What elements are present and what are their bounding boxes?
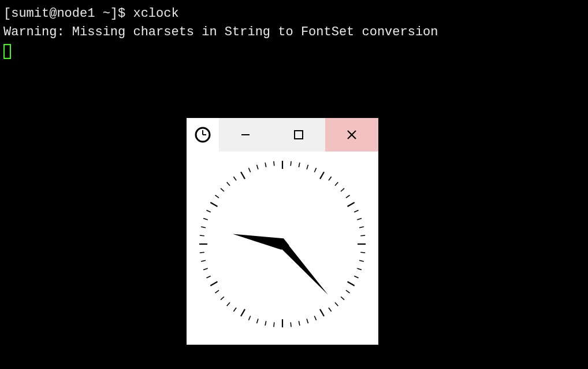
clock-icon	[194, 126, 211, 143]
svg-line-65	[265, 163, 266, 167]
svg-line-47	[210, 282, 217, 286]
svg-line-51	[200, 252, 204, 253]
minimize-icon	[240, 129, 251, 141]
svg-line-36	[291, 322, 291, 327]
shell-prompt: [sumit@node1 ~]$	[3, 6, 125, 21]
maximize-icon	[293, 129, 304, 141]
svg-line-30	[335, 302, 338, 306]
svg-line-60	[227, 182, 230, 186]
svg-line-38	[274, 322, 274, 327]
svg-line-16	[346, 195, 349, 198]
svg-line-55	[203, 219, 208, 220]
svg-line-12	[320, 172, 324, 179]
svg-line-9	[299, 163, 300, 167]
svg-line-20	[359, 227, 364, 228]
svg-line-41	[248, 316, 250, 320]
svg-line-31	[329, 308, 332, 311]
svg-line-50	[201, 260, 206, 261]
terminal-output: [sumit@node1 ~]$ xclock Warning: Missing…	[0, 0, 588, 70]
minimize-button[interactable]	[219, 118, 272, 152]
svg-line-57	[210, 202, 217, 206]
shell-command: xclock	[133, 6, 178, 21]
svg-line-39	[265, 321, 266, 326]
window-titlebar[interactable]	[187, 118, 378, 152]
svg-line-63	[248, 168, 250, 172]
svg-line-66	[274, 161, 274, 166]
window-app-icon	[187, 118, 219, 152]
svg-line-59	[221, 189, 224, 191]
svg-line-28	[346, 290, 349, 293]
svg-line-61	[233, 177, 236, 180]
svg-line-46	[215, 290, 219, 293]
svg-line-45	[221, 297, 224, 300]
svg-line-18	[354, 210, 358, 212]
svg-line-24	[359, 260, 364, 261]
svg-line-14	[335, 182, 338, 186]
svg-line-19	[357, 219, 362, 220]
svg-line-35	[299, 321, 300, 326]
svg-line-43	[233, 308, 236, 311]
svg-line-17	[348, 202, 355, 206]
svg-line-23	[360, 252, 365, 253]
svg-line-21	[360, 235, 365, 236]
svg-line-26	[354, 276, 358, 278]
svg-line-13	[329, 177, 332, 180]
clock-hands	[233, 234, 328, 294]
clock-face	[187, 152, 378, 345]
xclock-window[interactable]	[187, 118, 378, 345]
svg-line-25	[357, 268, 362, 270]
svg-line-40	[257, 319, 258, 323]
svg-line-34	[307, 319, 308, 323]
svg-line-49	[203, 268, 208, 270]
svg-line-56	[206, 210, 210, 212]
svg-line-64	[257, 165, 258, 169]
svg-line-32	[320, 309, 324, 316]
svg-line-53	[200, 235, 204, 236]
svg-line-8	[291, 161, 291, 166]
close-icon	[345, 128, 358, 141]
svg-line-62	[241, 172, 245, 179]
clock-svg	[187, 152, 378, 345]
close-button[interactable]	[325, 118, 378, 152]
svg-line-10	[307, 165, 308, 169]
minute-hand	[278, 239, 328, 295]
svg-line-29	[341, 297, 344, 300]
svg-line-58	[215, 195, 219, 198]
svg-line-27	[348, 282, 355, 286]
svg-line-33	[314, 316, 316, 320]
svg-line-54	[201, 227, 206, 228]
maximize-button[interactable]	[272, 118, 325, 152]
cursor[interactable]	[3, 44, 11, 59]
terminal-line: [sumit@node1 ~]$ xclock	[3, 5, 585, 23]
svg-rect-4	[295, 131, 303, 139]
svg-line-44	[227, 302, 230, 306]
shell-warning: Warning: Missing charsets in String to F…	[3, 23, 585, 42]
svg-line-42	[241, 309, 245, 316]
svg-line-48	[206, 276, 210, 278]
svg-line-15	[341, 189, 344, 191]
svg-line-11	[314, 168, 316, 172]
